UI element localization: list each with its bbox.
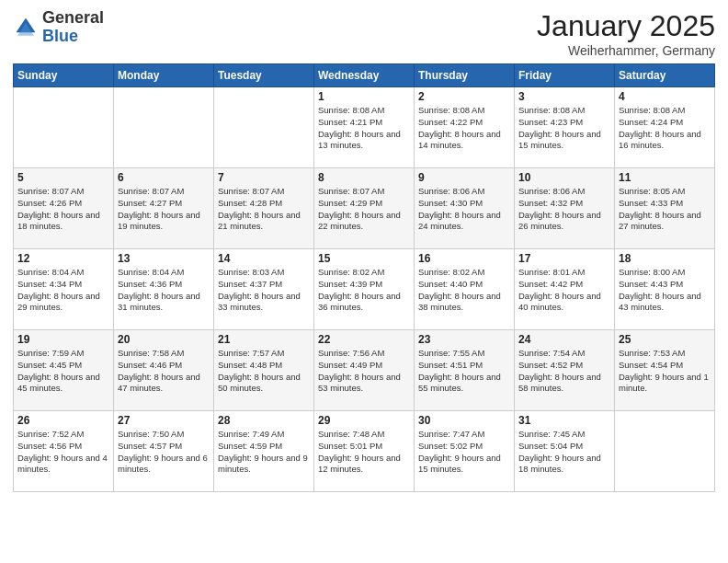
col-sunday: Sunday bbox=[14, 64, 114, 87]
table-row: 17Sunrise: 8:01 AM Sunset: 4:42 PM Dayli… bbox=[515, 249, 615, 330]
table-row: 8Sunrise: 8:07 AM Sunset: 4:29 PM Daylig… bbox=[314, 168, 415, 249]
day-info: Sunrise: 8:07 AM Sunset: 4:29 PM Dayligh… bbox=[318, 186, 410, 233]
day-number: 20 bbox=[118, 333, 210, 346]
day-info: Sunrise: 7:57 AM Sunset: 4:48 PM Dayligh… bbox=[218, 348, 310, 395]
table-row: 5Sunrise: 8:07 AM Sunset: 4:26 PM Daylig… bbox=[14, 168, 114, 249]
table-row: 31Sunrise: 7:45 AM Sunset: 5:04 PM Dayli… bbox=[515, 411, 615, 492]
table-row: 1Sunrise: 8:08 AM Sunset: 4:21 PM Daylig… bbox=[314, 87, 415, 168]
day-number: 1 bbox=[318, 90, 410, 103]
day-info: Sunrise: 8:07 AM Sunset: 4:28 PM Dayligh… bbox=[218, 186, 310, 233]
day-info: Sunrise: 8:08 AM Sunset: 4:23 PM Dayligh… bbox=[518, 105, 610, 152]
logo-icon bbox=[13, 15, 39, 40]
day-info: Sunrise: 8:02 AM Sunset: 4:40 PM Dayligh… bbox=[418, 267, 510, 314]
day-number: 9 bbox=[418, 171, 510, 184]
day-number: 15 bbox=[318, 252, 410, 265]
day-number: 17 bbox=[518, 252, 610, 265]
table-row: 12Sunrise: 8:04 AM Sunset: 4:34 PM Dayli… bbox=[14, 249, 114, 330]
day-number: 30 bbox=[418, 414, 510, 427]
day-number: 7 bbox=[218, 171, 310, 184]
day-number: 14 bbox=[218, 252, 310, 265]
col-friday: Friday bbox=[515, 64, 615, 87]
day-number: 22 bbox=[318, 333, 410, 346]
table-row: 13Sunrise: 8:04 AM Sunset: 4:36 PM Dayli… bbox=[114, 249, 214, 330]
calendar-week-row-2: 5Sunrise: 8:07 AM Sunset: 4:26 PM Daylig… bbox=[14, 168, 715, 249]
day-info: Sunrise: 7:52 AM Sunset: 4:56 PM Dayligh… bbox=[17, 429, 109, 476]
day-number: 18 bbox=[619, 252, 711, 265]
day-number: 3 bbox=[518, 90, 610, 103]
day-info: Sunrise: 8:02 AM Sunset: 4:39 PM Dayligh… bbox=[318, 267, 410, 314]
table-row: 19Sunrise: 7:59 AM Sunset: 4:45 PM Dayli… bbox=[14, 330, 114, 411]
day-number: 11 bbox=[619, 171, 711, 184]
day-number: 4 bbox=[619, 90, 711, 103]
day-number: 6 bbox=[118, 171, 210, 184]
day-number: 5 bbox=[17, 171, 109, 184]
table-row bbox=[14, 87, 114, 168]
table-row: 11Sunrise: 8:05 AM Sunset: 4:33 PM Dayli… bbox=[615, 168, 715, 249]
day-number: 13 bbox=[118, 252, 210, 265]
table-row: 21Sunrise: 7:57 AM Sunset: 4:48 PM Dayli… bbox=[214, 330, 314, 411]
table-row: 20Sunrise: 7:58 AM Sunset: 4:46 PM Dayli… bbox=[114, 330, 214, 411]
logo-text: General Blue bbox=[42, 9, 104, 46]
col-monday: Monday bbox=[114, 64, 214, 87]
page-subtitle: Weiherhammer, Germany bbox=[537, 43, 715, 58]
table-row: 28Sunrise: 7:49 AM Sunset: 4:59 PM Dayli… bbox=[214, 411, 314, 492]
table-row: 25Sunrise: 7:53 AM Sunset: 4:54 PM Dayli… bbox=[615, 330, 715, 411]
calendar-week-row-1: 1Sunrise: 8:08 AM Sunset: 4:21 PM Daylig… bbox=[14, 87, 715, 168]
day-info: Sunrise: 7:56 AM Sunset: 4:49 PM Dayligh… bbox=[318, 348, 410, 395]
table-row: 30Sunrise: 7:47 AM Sunset: 5:02 PM Dayli… bbox=[415, 411, 515, 492]
table-row: 2Sunrise: 8:08 AM Sunset: 4:22 PM Daylig… bbox=[415, 87, 515, 168]
calendar-week-row-3: 12Sunrise: 8:04 AM Sunset: 4:34 PM Dayli… bbox=[14, 249, 715, 330]
day-info: Sunrise: 8:08 AM Sunset: 4:24 PM Dayligh… bbox=[619, 105, 711, 152]
table-row bbox=[214, 87, 314, 168]
page-title: January 2025 bbox=[537, 9, 715, 43]
day-number: 12 bbox=[17, 252, 109, 265]
table-row: 26Sunrise: 7:52 AM Sunset: 4:56 PM Dayli… bbox=[14, 411, 114, 492]
day-number: 29 bbox=[318, 414, 410, 427]
table-row: 24Sunrise: 7:54 AM Sunset: 4:52 PM Dayli… bbox=[515, 330, 615, 411]
col-thursday: Thursday bbox=[415, 64, 515, 87]
table-row: 14Sunrise: 8:03 AM Sunset: 4:37 PM Dayli… bbox=[214, 249, 314, 330]
logo: General Blue bbox=[13, 9, 104, 46]
day-number: 26 bbox=[17, 414, 109, 427]
table-row bbox=[114, 87, 214, 168]
table-row: 4Sunrise: 8:08 AM Sunset: 4:24 PM Daylig… bbox=[615, 87, 715, 168]
header: General Blue January 2025 Weiherhammer, … bbox=[13, 9, 715, 58]
day-info: Sunrise: 7:49 AM Sunset: 4:59 PM Dayligh… bbox=[218, 429, 310, 476]
day-number: 19 bbox=[17, 333, 109, 346]
day-info: Sunrise: 8:00 AM Sunset: 4:43 PM Dayligh… bbox=[619, 267, 711, 314]
day-number: 27 bbox=[118, 414, 210, 427]
table-row: 3Sunrise: 8:08 AM Sunset: 4:23 PM Daylig… bbox=[515, 87, 615, 168]
day-number: 25 bbox=[619, 333, 711, 346]
day-number: 23 bbox=[418, 333, 510, 346]
day-info: Sunrise: 8:05 AM Sunset: 4:33 PM Dayligh… bbox=[619, 186, 711, 233]
day-info: Sunrise: 8:06 AM Sunset: 4:30 PM Dayligh… bbox=[418, 186, 510, 233]
col-tuesday: Tuesday bbox=[214, 64, 314, 87]
day-info: Sunrise: 7:55 AM Sunset: 4:51 PM Dayligh… bbox=[418, 348, 510, 395]
day-info: Sunrise: 8:07 AM Sunset: 4:26 PM Dayligh… bbox=[17, 186, 109, 233]
day-info: Sunrise: 7:50 AM Sunset: 4:57 PM Dayligh… bbox=[118, 429, 210, 476]
day-number: 31 bbox=[518, 414, 610, 427]
calendar-week-row-5: 26Sunrise: 7:52 AM Sunset: 4:56 PM Dayli… bbox=[14, 411, 715, 492]
day-info: Sunrise: 7:48 AM Sunset: 5:01 PM Dayligh… bbox=[318, 429, 410, 476]
day-info: Sunrise: 7:53 AM Sunset: 4:54 PM Dayligh… bbox=[619, 348, 711, 395]
day-number: 24 bbox=[518, 333, 610, 346]
day-info: Sunrise: 8:07 AM Sunset: 4:27 PM Dayligh… bbox=[118, 186, 210, 233]
table-row: 10Sunrise: 8:06 AM Sunset: 4:32 PM Dayli… bbox=[515, 168, 615, 249]
day-info: Sunrise: 8:01 AM Sunset: 4:42 PM Dayligh… bbox=[518, 267, 610, 314]
day-info: Sunrise: 7:54 AM Sunset: 4:52 PM Dayligh… bbox=[518, 348, 610, 395]
table-row: 6Sunrise: 8:07 AM Sunset: 4:27 PM Daylig… bbox=[114, 168, 214, 249]
day-info: Sunrise: 8:04 AM Sunset: 4:34 PM Dayligh… bbox=[17, 267, 109, 314]
logo-general-text: General bbox=[42, 9, 104, 28]
calendar-header-row: Sunday Monday Tuesday Wednesday Thursday… bbox=[14, 64, 715, 87]
table-row: 7Sunrise: 8:07 AM Sunset: 4:28 PM Daylig… bbox=[214, 168, 314, 249]
table-row: 16Sunrise: 8:02 AM Sunset: 4:40 PM Dayli… bbox=[415, 249, 515, 330]
day-number: 8 bbox=[318, 171, 410, 184]
day-info: Sunrise: 8:08 AM Sunset: 4:21 PM Dayligh… bbox=[318, 105, 410, 152]
calendar-week-row-4: 19Sunrise: 7:59 AM Sunset: 4:45 PM Dayli… bbox=[14, 330, 715, 411]
day-info: Sunrise: 7:59 AM Sunset: 4:45 PM Dayligh… bbox=[17, 348, 109, 395]
day-info: Sunrise: 8:08 AM Sunset: 4:22 PM Dayligh… bbox=[418, 105, 510, 152]
day-number: 2 bbox=[418, 90, 510, 103]
table-row bbox=[615, 411, 715, 492]
calendar-table: Sunday Monday Tuesday Wednesday Thursday… bbox=[13, 63, 715, 492]
table-row: 27Sunrise: 7:50 AM Sunset: 4:57 PM Dayli… bbox=[114, 411, 214, 492]
